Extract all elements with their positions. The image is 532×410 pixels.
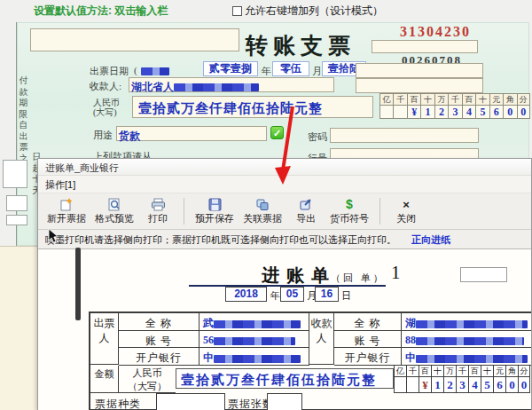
grid-header-cell: 十 <box>475 93 489 105</box>
menu-operation[interactable]: 操作[1] <box>45 179 75 190</box>
screen: 设置默认值方法: 双击输入栏 允许右键增加列（设计模式） 转账支票 313042… <box>0 0 532 410</box>
default-value-hint: 设置默认值方法: 双击输入栏 <box>34 4 168 19</box>
check-serial-red: 31304230 <box>400 24 471 40</box>
issue-date-paren: ( <box>134 65 137 75</box>
check-serial-input[interactable] <box>372 40 478 53</box>
grid-header-cell: 元 <box>493 365 505 376</box>
slip-day-unit: 日 <box>341 289 351 303</box>
grid-value-cell: 2 <box>434 105 448 119</box>
print-button[interactable]: 打印 <box>139 194 176 228</box>
grid-header-cell: 百 <box>468 365 481 376</box>
payee-group-label: 收款人 <box>309 313 334 365</box>
drawer-account-value[interactable]: 56 <box>200 331 309 348</box>
design-mode-checkbox[interactable] <box>232 6 242 16</box>
print-icon <box>151 198 166 211</box>
grid-header-cell: 万 <box>434 93 448 105</box>
settings-bar: 设置默认值方法: 双击输入栏 允许右键增加列（设计模式） <box>0 0 532 20</box>
grid-value-cell: 3 <box>448 105 461 119</box>
slip-date-year[interactable]: 2018 <box>225 287 267 302</box>
slip-date-day[interactable]: 16 <box>315 287 339 302</box>
currency-icon: $ <box>342 198 357 211</box>
grid-value-cell <box>379 105 393 119</box>
purpose-value: 货款 <box>117 130 140 142</box>
drawer-name-value[interactable]: 武 <box>200 313 309 331</box>
link-tickets-button[interactable]: 关联票据 <box>239 194 286 228</box>
check-digit-grid-headers: 亿千百十万千百十元角分 <box>379 93 530 105</box>
check-header-input[interactable] <box>30 28 239 51</box>
new-ticket-icon <box>59 198 74 211</box>
grid-header-cell: 十 <box>431 365 443 376</box>
date-month-field[interactable]: 零伍 <box>272 61 309 76</box>
export-label: 导出 <box>296 212 316 225</box>
forward-feed-link[interactable]: 正向进纸 <box>411 234 450 245</box>
drawer-bank-value[interactable]: 中 <box>200 348 309 366</box>
grid-header-cell: 角 <box>505 365 518 376</box>
slip-digit-grid-headers: 亿千百十万千百十元角分 <box>394 365 530 376</box>
redacted-text <box>416 337 524 345</box>
password-input[interactable] <box>330 128 479 143</box>
format-preview-button[interactable]: 格式预览 <box>91 194 137 228</box>
link-tickets-icon <box>255 198 270 211</box>
slip-corner-input[interactable] <box>460 267 507 282</box>
redacted-text <box>416 355 528 363</box>
menu-bar: 操作[1] <box>38 176 531 193</box>
grid-value-cell <box>393 105 406 119</box>
currency-symbol-button[interactable]: $ 货币符号 <box>326 194 372 228</box>
export-button[interactable]: 导出 <box>287 194 325 228</box>
month-unit: 月 <box>312 65 322 78</box>
new-ticket-button[interactable]: 新开票据 <box>43 194 90 228</box>
grid-value-cell: 4 <box>462 105 475 119</box>
payee-input[interactable]: 湖北省人 <box>129 77 334 92</box>
slip-date-month[interactable]: 05 <box>280 287 304 302</box>
save-button[interactable]: 预开保存 <box>192 194 238 228</box>
drawer-group-label: 出票人 <box>90 313 119 365</box>
date-year-field[interactable]: 贰零壹捌 <box>203 61 258 76</box>
grid-value-cell: 0 <box>503 105 516 119</box>
dialog-title: 进账单_商业银行 <box>45 162 119 173</box>
grid-header-cell: 万 <box>443 365 456 376</box>
print-label: 打印 <box>148 212 168 225</box>
grid-header-cell: 分 <box>518 365 530 376</box>
toolbar-separator <box>184 198 184 225</box>
redacted-text <box>214 337 295 345</box>
grid-header-cell: 角 <box>503 93 516 105</box>
ticket-count-input[interactable] <box>267 393 302 410</box>
grid-value-cell: 3 <box>456 376 468 393</box>
grid-value-cell: 5 <box>481 376 493 393</box>
grid-header-cell: 元 <box>489 93 503 105</box>
payee-account-prefix: 88 <box>405 334 416 346</box>
ticket-type-label: 票据种类 <box>95 397 141 410</box>
drawer-account-label: 账 号 <box>119 331 200 348</box>
close-button[interactable]: × 关闭 <box>387 194 425 228</box>
redacted-text <box>214 320 301 328</box>
save-icon <box>207 198 223 211</box>
grid-header-cell: 百 <box>419 365 431 376</box>
amount-group-label: 金额 <box>90 366 119 393</box>
slip-amount-words[interactable]: 壹拾贰万叁仟肆佰伍拾陆元整 <box>176 368 394 389</box>
purpose-input[interactable]: 货款 <box>116 126 267 141</box>
printer-info-text: 喷墨打印机请选择侧向打印；票据打印机既可选择侧向打印也可以选择正向打印。 <box>45 234 396 245</box>
grid-value-cell: 0 <box>505 376 518 393</box>
payee-bank-value[interactable]: 中 <box>402 348 531 366</box>
payee-name-value[interactable]: 湖 <box>402 313 531 331</box>
ticket-type-input[interactable] <box>156 393 225 410</box>
toolbar-separator <box>379 198 380 225</box>
new-ticket-label: 新开票据 <box>47 212 86 225</box>
payee-account-value[interactable]: 88 <box>402 331 531 348</box>
scan-artifact-bar <box>75 248 81 320</box>
grid-header-cell: 十 <box>481 365 493 376</box>
payee-bank-label: 开户银行 <box>334 348 402 366</box>
dialog-titlebar[interactable]: 进账单_商业银行 <box>38 159 531 176</box>
amount-words-input[interactable]: 壹拾贰万叁仟肆佰伍拾陆元整 <box>132 96 373 118</box>
grid-header-cell: 分 <box>517 93 530 105</box>
year-unit: 年 <box>262 65 271 78</box>
grid-value-cell: 0 <box>517 105 530 119</box>
slip-title-suffix: （回 单） <box>331 272 386 285</box>
grid-value-cell: ¥ <box>419 376 431 393</box>
drawer-account-prefix: 56 <box>203 334 214 346</box>
confirm-checkbox[interactable]: ✓ <box>270 126 284 139</box>
payer-bank-input[interactable] <box>356 63 483 78</box>
password-label: 密码 <box>308 130 327 144</box>
drawer-account-input[interactable] <box>356 78 483 93</box>
redacted-text <box>174 83 259 91</box>
